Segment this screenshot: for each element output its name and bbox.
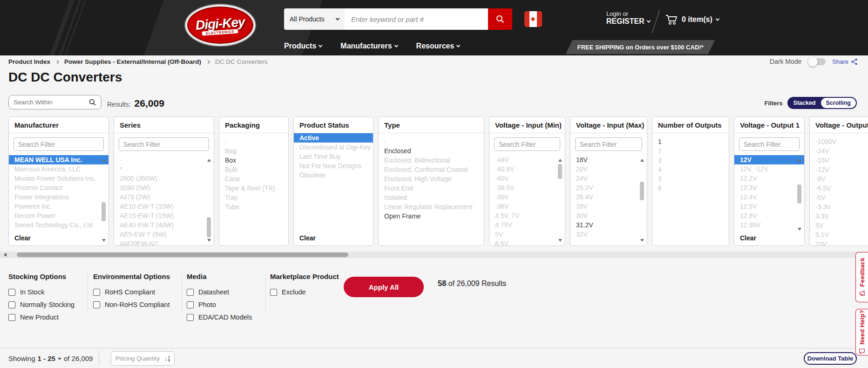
filter-option[interactable]: AE40-EW-T (40W) — [114, 220, 214, 230]
scroll-up-arrow[interactable] — [640, 159, 644, 162]
clear-link[interactable]: Clear — [294, 232, 373, 245]
filter-option[interactable]: AE15-EW-T (15W) — [114, 211, 214, 220]
filters-view-toggle[interactable]: Stacked Scrolling — [787, 97, 857, 109]
breadcrumb-product-index[interactable]: Product Index — [8, 58, 50, 65]
dark-mode-toggle[interactable] — [808, 58, 826, 65]
checkbox-option[interactable]: Non-RoHS Compliant — [93, 301, 170, 308]
filter-option[interactable]: 32V — [570, 230, 647, 239]
checkbox[interactable] — [93, 289, 100, 296]
filter-option[interactable]: 12.5V — [734, 202, 804, 211]
filter-option[interactable]: Powerex Inc. — [9, 202, 108, 211]
filter-option[interactable]: 4.5V, 7V — [489, 211, 565, 220]
stacked-option[interactable]: Stacked — [788, 98, 821, 108]
scrollbar-thumb[interactable] — [102, 202, 106, 222]
checkbox-option[interactable]: EDA/CAD Models — [187, 313, 252, 321]
filter-option[interactable]: * — [114, 164, 214, 174]
scroll-up-arrow[interactable] — [798, 159, 801, 162]
filter-option[interactable]: 1 — [652, 137, 729, 146]
filter-option[interactable]: 2600 (350W) — [114, 174, 214, 183]
filter-option[interactable]: Box — [219, 156, 288, 165]
share-button[interactable]: Share — [832, 58, 858, 65]
scroll-up-arrow[interactable] — [558, 159, 562, 162]
filter-option[interactable]: 12.4V — [734, 192, 804, 202]
filter-option[interactable]: 6.5V — [489, 239, 565, 245]
filter-search-input[interactable] — [739, 137, 800, 151]
horizontal-scrollbar[interactable] — [0, 252, 868, 258]
search-button[interactable] — [488, 8, 512, 30]
filter-option[interactable]: -39V — [489, 192, 565, 202]
filter-option[interactable]: - — [219, 137, 288, 146]
filter-option[interactable]: 12.95V — [734, 220, 804, 230]
filter-option[interactable]: Mornsun America, LLC — [9, 164, 108, 174]
scrollbar[interactable] — [101, 158, 107, 243]
filter-option[interactable]: 12V, -12V — [734, 164, 804, 174]
filter-option[interactable]: Linear Regulator Replacement — [379, 202, 484, 211]
filter-option[interactable]: -44V — [489, 155, 565, 164]
checkbox[interactable] — [187, 314, 194, 321]
scrollbar-thumb[interactable] — [17, 252, 348, 257]
checkbox-option[interactable]: In Stock — [8, 288, 75, 296]
filter-option[interactable]: - — [114, 155, 214, 164]
filter-option[interactable]: Discontinued at Digi-Key — [294, 143, 373, 152]
filter-option[interactable]: Last Time Buy — [294, 152, 373, 161]
filter-option[interactable]: Enclosed, Bidirectional — [379, 156, 484, 165]
filter-option[interactable]: 3590 (5W) — [114, 183, 214, 192]
filter-option[interactable]: Phoenix Contact — [9, 183, 108, 192]
scrollbar[interactable] — [557, 158, 563, 243]
checkbox-option[interactable]: Normally Stocking — [8, 301, 75, 308]
scroll-up-arrow[interactable] — [102, 159, 106, 162]
filter-option[interactable]: 20V — [570, 164, 647, 174]
filter-option[interactable]: 6 — [652, 184, 729, 193]
filter-option[interactable]: 12.8V — [734, 211, 804, 220]
scrollbar-thumb[interactable] — [640, 182, 644, 200]
checkbox-option[interactable]: Exclude — [270, 288, 339, 296]
filter-option[interactable]: 4.75V — [489, 220, 565, 230]
filter-search-input[interactable] — [14, 137, 104, 151]
filter-option[interactable]: 4 — [652, 165, 729, 174]
filter-search-input[interactable] — [494, 137, 560, 151]
filter-option[interactable]: MEAN WELL USA Inc. — [9, 155, 108, 164]
filter-option[interactable]: -3.3V — [810, 202, 868, 211]
scroll-left-arrow[interactable] — [4, 253, 7, 257]
login-register[interactable]: Login or REGISTER — [606, 10, 650, 26]
checkbox-option[interactable]: Datasheet — [187, 288, 252, 296]
filter-option[interactable]: Enclosed, High Voltage — [379, 174, 484, 184]
filter-option[interactable]: 5V — [489, 230, 565, 239]
showing-control[interactable]: Showing 1 - 25 of 26,009 — [8, 354, 93, 362]
filter-option[interactable]: AE5-EW-T (5W) — [114, 230, 214, 239]
pricing-quantity-select[interactable]: Pricing Quantity ↓19 — [111, 351, 175, 366]
filter-option[interactable]: 12.2V — [734, 174, 804, 183]
need-help-tab[interactable]: Need Help? — [855, 309, 868, 355]
filter-option[interactable]: Open Frame — [379, 211, 484, 221]
checkbox-option[interactable]: Photo — [187, 301, 252, 308]
filter-option[interactable]: Murata Power Solutions Inc. — [9, 174, 108, 183]
filter-option[interactable]: -39.5V — [489, 183, 565, 192]
filter-option[interactable]: -12V — [810, 165, 868, 174]
download-table-button[interactable]: Download Table — [804, 352, 857, 365]
filter-option[interactable]: Recom Power — [9, 211, 108, 220]
filter-option[interactable]: -40V — [489, 174, 565, 183]
filter-option[interactable]: Tape & Reel (TR) — [219, 184, 288, 193]
checkbox-option[interactable]: RoHS Compliant — [93, 288, 170, 296]
filter-option[interactable]: -9V — [810, 174, 868, 184]
filter-option[interactable]: 18V — [570, 155, 647, 164]
cart-button[interactable]: 0 item(s) — [665, 14, 719, 25]
checkbox[interactable] — [270, 289, 277, 296]
scrollbar[interactable] — [639, 158, 645, 243]
filter-option[interactable]: 12V — [734, 155, 804, 164]
digikey-logo[interactable]: Digi-Key ELECTRONICS — [185, 5, 255, 48]
filter-option[interactable]: -6.5V — [810, 184, 868, 193]
filter-option[interactable]: Enclosed — [379, 146, 484, 156]
filter-option[interactable]: 10V — [810, 239, 868, 245]
filter-option[interactable]: -36V — [489, 202, 565, 211]
checkbox[interactable] — [93, 301, 100, 308]
filter-option[interactable]: 4479 (2W) — [114, 192, 214, 202]
filter-option[interactable]: 31.2V — [570, 220, 647, 230]
filter-option[interactable]: 30V — [570, 211, 647, 220]
filter-option[interactable]: AM20EW-NZ — [114, 239, 214, 245]
canada-flag-icon[interactable] — [524, 11, 542, 27]
scrollbar-thumb[interactable] — [207, 217, 211, 238]
scrollbar[interactable] — [797, 158, 802, 232]
filter-option[interactable]: 5 — [652, 174, 729, 184]
filter-option[interactable]: -24V — [810, 146, 868, 156]
